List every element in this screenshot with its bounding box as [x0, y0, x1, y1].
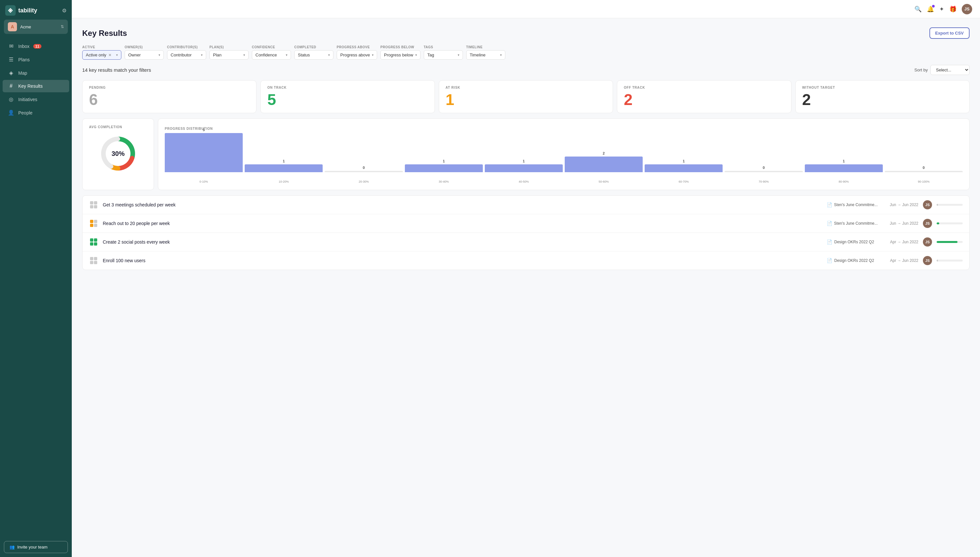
bar-x-label: 80-90%: [805, 180, 883, 183]
sort-select[interactable]: Select...: [930, 65, 970, 75]
kr-progress-bar: [937, 241, 963, 243]
bar-value-label: 1: [523, 159, 525, 164]
sidebar-item-label: Map: [18, 70, 27, 76]
status-card-label: WITHOUT TARGET: [802, 86, 963, 90]
bar-x-label: 0-10%: [165, 180, 243, 183]
timeline-filter-arrow: ▾: [500, 53, 502, 57]
progress-below-filter-select[interactable]: Progress below ▾: [380, 50, 421, 60]
bar-x-label: 20-30%: [324, 180, 403, 183]
bar-chart-area: 51011210100-10%10-20%20-30%30-40%40-50%5…: [165, 131, 963, 183]
key-results-list: Get 3 meetings scheduled per week 📄 Sten…: [82, 195, 970, 270]
map-icon: ◈: [8, 70, 15, 76]
sidebar-item-people[interactable]: 👤 People: [3, 106, 69, 119]
status-card-value: 2: [624, 92, 784, 107]
kr-plan: 📄 Sten's June Commitme...: [827, 202, 885, 207]
progress-distribution-card: PROGRESS DISTRIBUTION 51011210100-10%10-…: [158, 118, 970, 190]
status-card-at-risk[interactable]: AT RISK 1: [439, 80, 613, 113]
completed-filter-select[interactable]: Status ▾: [294, 50, 333, 60]
sort-label: Sort by: [915, 67, 928, 72]
user-avatar[interactable]: JS: [962, 4, 972, 15]
progress-above-filter-arrow: ▾: [372, 53, 373, 57]
sidebar: tability ⚙ A Acme ⇅ ✉ Inbox 11 ☰ Plans ◈…: [0, 0, 72, 557]
status-card-label: OFF TRACK: [624, 86, 784, 90]
donut-value: 30%: [112, 150, 125, 158]
status-card-on-track[interactable]: ON TRACK 5: [260, 80, 435, 113]
plan-filter-select[interactable]: Plan ▾: [209, 50, 249, 60]
sidebar-item-map[interactable]: ◈ Map: [3, 67, 69, 79]
bar: [245, 164, 323, 172]
bar-group: 1: [245, 159, 323, 172]
logo-icon: [5, 5, 16, 16]
main-content: 🔍 🔔 ✦ 🎁 JS Key Results Export to CSV ACT…: [72, 0, 980, 557]
table-row[interactable]: Get 3 meetings scheduled per week 📄 Sten…: [83, 195, 969, 214]
sidebar-item-label: Plans: [18, 57, 30, 62]
workspace-name: Acme: [20, 24, 57, 29]
confidence-filter-select[interactable]: Confidence ▾: [252, 50, 291, 60]
sidebar-item-initiatives[interactable]: ◎ Initiatives: [3, 93, 69, 106]
kr-avatar: JS: [923, 238, 932, 246]
kr-avatar: JS: [923, 256, 932, 265]
status-card-label: AT RISK: [446, 86, 606, 90]
bar-group: 5: [165, 128, 243, 172]
sidebar-item-label: People: [18, 110, 33, 116]
charts-row: AVG COMPLETION 30% PROGRESS DISTRIBUTION…: [82, 118, 970, 190]
status-card-without-target[interactable]: WITHOUT TARGET 2: [795, 80, 970, 113]
invite-team-button[interactable]: 👥 Invite your team: [4, 541, 68, 553]
status-card-pending[interactable]: PENDING 6: [82, 80, 256, 113]
contributor-filter-select[interactable]: Contributor ▾: [167, 50, 206, 60]
avg-completion-card: AVG COMPLETION 30%: [82, 118, 154, 190]
bar-group: 1: [485, 159, 563, 172]
contributor-filter-arrow: ▾: [201, 53, 202, 57]
filter-tags: TAGS Tag ▾: [424, 45, 463, 60]
sidebar-item-plans[interactable]: ☰ Plans: [3, 53, 69, 66]
owner-filter-select[interactable]: Owner ▾: [125, 50, 164, 60]
sidebar-item-label: Initiatives: [18, 97, 37, 102]
progress-above-filter-select[interactable]: Progress above ▾: [337, 50, 377, 60]
filter-plan: PLAN(S) Plan ▾: [209, 45, 249, 60]
kr-progress-bar: [937, 204, 963, 206]
status-card-value: 2: [802, 92, 963, 107]
tags-filter-select[interactable]: Tag ▾: [424, 50, 463, 60]
filter-progress-above: PROGRESS ABOVE Progress above ▾: [337, 45, 377, 60]
sidebar-item-inbox[interactable]: ✉ Inbox 11: [3, 40, 69, 52]
completed-filter-arrow: ▾: [328, 53, 330, 57]
status-card-label: PENDING: [89, 86, 249, 90]
page-content: Key Results Export to CSV ACTIVE Active …: [72, 18, 980, 279]
kr-progress-fill: [937, 260, 938, 262]
kr-title: Create 2 social posts every week: [103, 239, 822, 244]
bar: [324, 171, 403, 172]
search-icon[interactable]: 🔍: [915, 5, 921, 13]
sort-row: Sort by Select...: [915, 65, 970, 75]
timeline-filter-select[interactable]: Timeline ▾: [466, 50, 505, 60]
table-row[interactable]: Reach out to 20 people per week 📄 Sten's…: [83, 214, 969, 233]
bar-value-label: 0: [363, 166, 365, 170]
bar: [645, 164, 722, 172]
active-filter-clear[interactable]: ✕: [108, 53, 112, 57]
owner-filter-arrow: ▾: [158, 53, 160, 57]
kr-title: Get 3 meetings scheduled per week: [103, 202, 822, 207]
kr-plan-name: Sten's June Commitme...: [834, 202, 878, 207]
bar-x-label: 60-70%: [645, 180, 722, 183]
export-csv-button[interactable]: Export to CSV: [929, 28, 970, 39]
bar-value-label: 2: [603, 151, 605, 156]
table-row[interactable]: Enroll 100 new users 📄 Design OKRs 2022 …: [83, 251, 969, 270]
kr-dates: Apr → Jun 2022: [890, 240, 918, 244]
gear-icon[interactable]: ⚙: [62, 8, 67, 14]
sidebar-item-key-results[interactable]: # Key Results: [3, 80, 69, 92]
filter-completed: COMPLETED Status ▾: [294, 45, 333, 60]
bar-group: 0: [724, 166, 802, 172]
star-icon[interactable]: ✦: [939, 5, 944, 13]
filter-progress-below: PROGRESS BELOW Progress below ▾: [380, 45, 421, 60]
results-count: 14 key results match your filters: [82, 67, 151, 73]
kr-dates: Apr → Jun 2022: [890, 258, 918, 263]
notifications-area: 🔔: [927, 5, 934, 13]
status-card-off-track[interactable]: OFF TRACK 2: [617, 80, 791, 113]
status-card-value: 5: [267, 92, 428, 107]
kr-avatar: JS: [923, 200, 932, 209]
gift-icon[interactable]: 🎁: [949, 5, 957, 13]
active-filter-select[interactable]: Active only ✕ ▾: [82, 50, 121, 60]
workspace-selector[interactable]: A Acme ⇅: [4, 20, 68, 34]
plan-filter-arrow: ▾: [243, 53, 245, 57]
donut-chart: 30%: [98, 134, 138, 173]
table-row[interactable]: Create 2 social posts every week 📄 Desig…: [83, 233, 969, 251]
